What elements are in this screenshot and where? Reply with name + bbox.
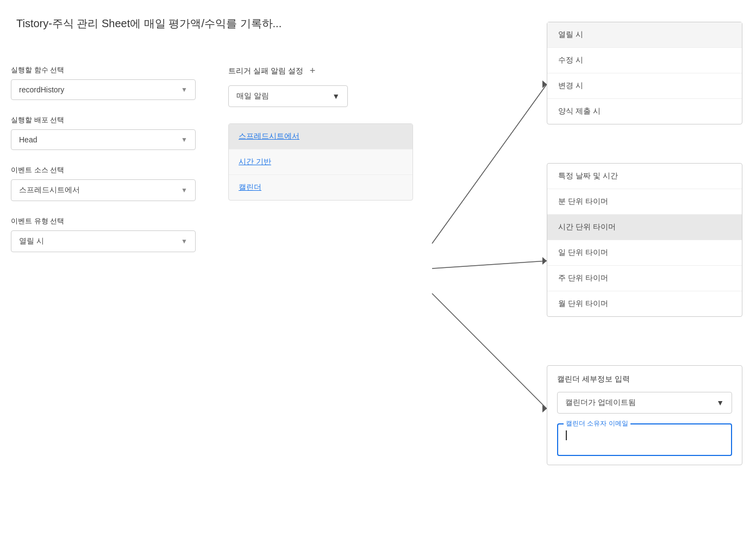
notify-dropdown-arrow: ▼ (332, 92, 340, 101)
event-source-label: 이벤트 소스 선택 (11, 165, 196, 175)
calendar-email-field[interactable]: 캘린더 소유자 이메일 (557, 423, 732, 456)
notify-dropdown-value: 매일 알림 (236, 91, 269, 101)
right-panel-calendar-detail: 캘린더 세부정보 입력 캘린더가 업데이트됨 ▼ 캘린더 소유자 이메일 (547, 365, 742, 465)
function-select-arrow: ▼ (181, 86, 188, 93)
calendar-detail-title: 캘린더 세부정보 입력 (557, 374, 732, 384)
event-type-label: 이벤트 유형 선택 (11, 216, 196, 226)
timer-week[interactable]: 주 단위 타이머 (547, 266, 742, 291)
deploy-select-label: 실행할 배포 선택 (11, 115, 196, 125)
svg-marker-3 (542, 80, 547, 88)
source-list: 스프레드시트에서 시간 기반 캘린더 (228, 123, 413, 201)
function-select-dropdown[interactable]: recordHistory ▼ (11, 79, 196, 100)
calendar-update-value: 캘린더가 업데이트됨 (565, 398, 636, 408)
calendar-email-label: 캘린더 소유자 이메일 (564, 419, 630, 428)
svg-line-1 (432, 261, 547, 268)
event-type-change[interactable]: 변경 시 (547, 73, 742, 99)
svg-line-2 (432, 293, 547, 409)
notify-dropdown[interactable]: 매일 알림 ▼ (228, 85, 348, 107)
event-source-arrow: ▼ (181, 186, 188, 194)
source-item-timebased[interactable]: 시간 기반 (229, 149, 413, 175)
timer-specific[interactable]: 특정 날짜 및 시간 (547, 164, 742, 189)
timer-hour[interactable]: 시간 단위 타이머 (547, 215, 742, 240)
add-trigger-button[interactable]: + (310, 65, 316, 77)
event-type-section: 이벤트 유형 선택 열릴 시 ▼ (11, 216, 196, 252)
event-type-value: 열릴 시 (19, 236, 44, 246)
event-type-dropdown[interactable]: 열릴 시 ▼ (11, 230, 196, 252)
function-select-label: 실행할 함수 선택 (11, 65, 196, 75)
event-source-value: 스프레드시트에서 (19, 185, 80, 195)
event-type-submit[interactable]: 양식 제출 시 (547, 99, 742, 124)
cursor-indicator (566, 430, 567, 440)
calendar-update-dropdown[interactable]: 캘린더가 업데이트됨 ▼ (557, 392, 732, 414)
event-source-section: 이벤트 소스 선택 스프레드시트에서 ▼ (11, 165, 196, 201)
svg-line-0 (432, 84, 547, 243)
calendar-update-arrow: ▼ (716, 398, 724, 407)
svg-marker-4 (542, 257, 547, 265)
left-panel: 실행할 함수 선택 recordHistory ▼ 실행할 배포 선택 Head… (11, 65, 196, 267)
timer-month[interactable]: 월 단위 타이머 (547, 291, 742, 316)
event-type-edit[interactable]: 수정 시 (547, 48, 742, 73)
timer-minute[interactable]: 분 단위 타이머 (547, 189, 742, 215)
trigger-header-label: 트리거 실패 알림 설정 (228, 66, 303, 76)
deploy-select-section: 실행할 배포 선택 Head ▼ (11, 115, 196, 150)
source-item-calendar[interactable]: 캘린더 (229, 175, 413, 200)
right-panel-timer-type: 특정 날짜 및 시간 분 단위 타이머 시간 단위 타이머 일 단위 타이머 주… (547, 163, 742, 317)
timer-day[interactable]: 일 단위 타이머 (547, 240, 742, 266)
event-source-dropdown[interactable]: 스프레드시트에서 ▼ (11, 179, 196, 201)
event-type-arrow: ▼ (181, 238, 188, 245)
trigger-header: 트리거 실패 알림 설정 + (228, 65, 435, 77)
deploy-select-arrow: ▼ (181, 136, 188, 143)
deploy-select-dropdown[interactable]: Head ▼ (11, 129, 196, 150)
svg-marker-5 (542, 405, 547, 412)
function-select-section: 실행할 함수 선택 recordHistory ▼ (11, 65, 196, 100)
right-panel-event-type: 열릴 시 수정 시 변경 시 양식 제출 시 (547, 22, 742, 124)
event-type-open[interactable]: 열릴 시 (547, 22, 742, 48)
middle-panel: 트리거 실패 알림 설정 + 매일 알림 ▼ 스프레드시트에서 시간 기반 캘린… (228, 65, 435, 201)
source-item-spreadsheet[interactable]: 스프레드시트에서 (229, 124, 413, 149)
deploy-select-value: Head (19, 135, 37, 144)
function-select-value: recordHistory (19, 85, 64, 94)
